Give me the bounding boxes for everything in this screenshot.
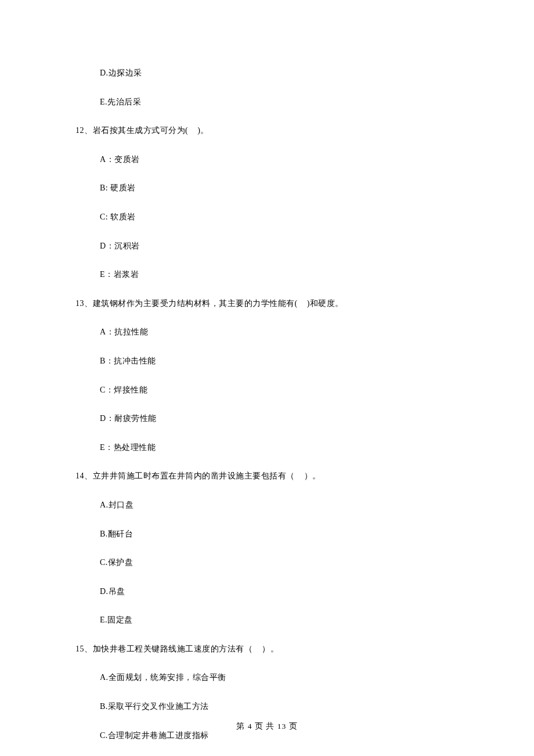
q12-option-e: E：岩浆岩 (75, 269, 459, 280)
q15-option-b: B.采取平行交叉作业施工方法 (75, 701, 459, 712)
q11-option-d: D.边探边采 (75, 67, 459, 79)
q12-option-c: C: 软质岩 (75, 211, 459, 223)
page-container: D.边探边采 E.先治后采 12、岩石按其生成方式可分为( )。 A：变质岩 B… (0, 0, 534, 756)
q13-option-e: E：热处理性能 (75, 442, 459, 453)
q14-stem: 14、立井井筒施工时布置在井筒内的凿井设施主要包括有（ ）。 (75, 470, 459, 482)
q14-option-c: C.保护盘 (75, 557, 459, 568)
q14-option-b: B.翻矸台 (75, 528, 459, 540)
q12-stem: 12、岩石按其生成方式可分为( )。 (75, 125, 459, 136)
q13-stem: 13、建筑钢材作为主要受力结构材料，其主要的力学性能有( )和硬度。 (75, 298, 459, 309)
q15-option-a: A.全面规划，统筹安排，综合平衡 (75, 672, 459, 683)
q13-option-b: B：抗冲击性能 (75, 355, 459, 367)
q14-option-e: E.固定盘 (75, 614, 459, 626)
q11-option-e: E.先治后采 (75, 96, 459, 108)
q13-option-d: D：耐疲劳性能 (75, 413, 459, 424)
q15-stem: 15、加快井巷工程关键路线施工速度的方法有（ ）。 (75, 643, 459, 655)
q12-option-d: D：沉积岩 (75, 240, 459, 252)
q13-option-c: C：焊接性能 (75, 384, 459, 396)
q14-option-d: D.吊盘 (75, 586, 459, 597)
q12-option-a: A：变质岩 (75, 154, 459, 165)
q12-option-b: B: 硬质岩 (75, 182, 459, 194)
q14-option-a: A.封口盘 (75, 499, 459, 511)
q13-option-a: A：抗拉性能 (75, 326, 459, 338)
page-footer: 第 4 页 共 13 页 (0, 721, 534, 732)
